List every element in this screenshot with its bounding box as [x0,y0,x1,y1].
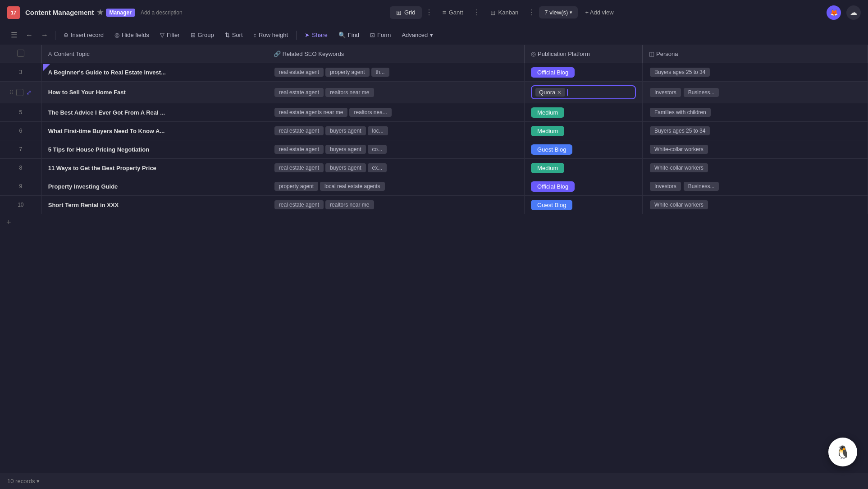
platform-cell[interactable]: Quora ✕ [525,82,643,103]
form-button[interactable]: ⊡ Form [365,29,395,41]
topic-cell[interactable]: Short Term Rental in XXX [41,196,267,214]
find-button[interactable]: 🔍 Find [334,29,364,41]
row-number: 5 [19,109,23,115]
platform-cell[interactable]: Medium [525,159,643,177]
platform-cell[interactable]: Official Blog [525,177,643,196]
platform-tag: Guest Blog [531,144,572,155]
platform-cell[interactable]: Guest Blog [525,140,643,159]
divider-2 [296,31,297,40]
records-count[interactable]: 10 records ▾ [7,478,40,484]
persona-tags: Buyers ages 25 to 34 [649,67,861,78]
toolbar: ☰ ← → ⊕ Insert record ◎ Hide fields ▽ Fi… [0,25,868,45]
add-row-button[interactable]: + [0,214,868,231]
persona-tags: White-collar workers [649,144,861,155]
row-num-cell: 8 [0,159,41,177]
seo-cell[interactable]: real estate agentbuyers agentloc... [267,122,524,140]
sort-button[interactable]: ⇅ Sort [220,29,247,41]
platform-cell[interactable]: Medium [525,122,643,140]
star-icon[interactable]: ★ [97,8,103,17]
seo-tag: property agent [325,68,369,77]
tab-gantt[interactable]: ≡ Gantt [436,6,470,19]
header-publication-platform[interactable]: ◎ Publication Platform [525,45,643,63]
seo-tag: real estate agent [274,88,324,97]
persona-cell[interactable]: White-collar workers [643,196,868,214]
insert-record-button[interactable]: ⊕ Insert record [59,29,108,41]
persona-cell[interactable]: Buyers ages 25 to 34 [643,63,868,82]
add-view-button[interactable]: + Add view [580,6,619,18]
filter-icon: ▽ [160,32,164,38]
select-all-checkbox[interactable] [17,50,24,57]
hide-fields-button[interactable]: ◎ Hide fields [110,29,154,41]
gantt-icon: ≡ [443,9,446,16]
add-description[interactable]: Add a description [141,9,183,16]
seo-tag: real estate agent [274,68,324,77]
topic-cell[interactable]: 5 Tips for House Pricing Negotiation [41,140,267,159]
persona-cell[interactable]: InvestorsBusiness... [643,177,868,196]
sort-icon: ⇅ [225,32,230,38]
seo-tag: buyers agent [325,126,365,135]
persona-cell[interactable]: White-collar workers [643,159,868,177]
tab-kanban[interactable]: ⊟ Kanban [484,6,525,19]
row-height-button[interactable]: ↕ Row height [249,29,293,41]
seo-tag: property agent [274,182,318,191]
seo-cell[interactable]: real estate agents near merealtors nea..… [267,103,524,122]
platform-cell[interactable]: Medium [525,103,643,122]
persona-tag: Buyers ages 25 to 34 [650,68,710,77]
quora-remove-button[interactable]: ✕ [557,89,562,96]
kanban-icon: ⊟ [490,9,496,16]
advanced-button[interactable]: Advanced ▾ [397,29,438,41]
group-button[interactable]: ⊞ Group [186,29,219,41]
header-num [0,45,41,63]
persona-cell[interactable]: Buyers ages 25 to 34 [643,122,868,140]
seo-cell[interactable]: real estate agentproperty agentth... [267,63,524,82]
table-header-row: A Content Topic 🔗 Related SEO Keywords ◎… [0,45,868,63]
tab-grid[interactable]: ⊞ Grid [390,6,422,19]
filter-button[interactable]: ▽ Filter [155,29,184,41]
grid-more-btn[interactable]: ⋮ [424,7,434,18]
topic-cell[interactable]: How to Sell Your Home Fast [41,82,267,103]
seo-cell[interactable]: real estate agentrealtors near me [267,82,524,103]
seo-tag: real estate agent [274,145,324,154]
persona-cell[interactable]: White-collar workers [643,140,868,159]
row-checkbox[interactable] [16,89,23,96]
platform-tag: Medium [531,107,564,118]
topic-cell[interactable]: What First-time Buyers Need To Know A... [41,122,267,140]
persona-cell[interactable]: InvestorsBusiness... [643,82,868,103]
undo-button[interactable]: ← [23,28,36,42]
header-seo-keywords[interactable]: 🔗 Related SEO Keywords [267,45,524,63]
topic-cell[interactable]: 11 Ways to Get the Best Property Price [41,159,267,177]
drag-handle[interactable]: ⠿ [9,89,14,96]
seo-icon: 🔗 [274,51,281,57]
persona-cell[interactable]: Families with children [643,103,868,122]
views-count[interactable]: 7 view(s) ▾ [539,6,578,18]
persona-tags: Buyers ages 25 to 34 [649,125,861,136]
topic-cell[interactable]: The Best Advice I Ever Got From A Real .… [41,103,267,122]
topic-cell[interactable]: Property Investing Guide [41,177,267,196]
redo-button[interactable]: → [38,28,51,42]
floating-bot[interactable]: 🐧 [828,438,857,466]
header-content-topic[interactable]: A Content Topic [41,45,267,63]
platform-cell[interactable]: Guest Blog [525,196,643,214]
expand-button[interactable]: ⤢ [26,89,32,96]
seo-cell[interactable]: real estate agentbuyers agentco... [267,140,524,159]
quora-editing-cell[interactable]: Quora ✕ [531,85,636,99]
topic-cell[interactable]: A Beginner's Guide to Real Estate Invest… [41,63,267,82]
gantt-more-btn[interactable]: ⋮ [471,7,482,18]
persona-tag: Families with children [650,108,711,117]
quora-input-row: Quora ✕ [535,88,631,97]
seo-cell[interactable]: real estate agentrealtors near me [267,196,524,214]
kanban-more-btn[interactable]: ⋮ [526,7,537,18]
seo-cell[interactable]: real estate agentbuyers agentex... [267,159,524,177]
share-button[interactable]: ➤ Share [300,29,332,41]
sidebar-toggle[interactable]: ☰ [7,28,21,42]
seo-tag: buyers agent [325,145,365,154]
seo-tag: realtors near me [325,200,374,209]
tab-kanban-label: Kanban [498,9,519,16]
text-cursor [567,89,568,96]
divider-1 [55,31,55,40]
platform-cell[interactable]: Official Blog [525,63,643,82]
header-persona[interactable]: ◫ Persona [643,45,868,63]
seo-tag: co... [368,145,387,154]
tab-grid-label: Grid [404,9,416,16]
seo-cell[interactable]: property agentlocal real estate agents [267,177,524,196]
